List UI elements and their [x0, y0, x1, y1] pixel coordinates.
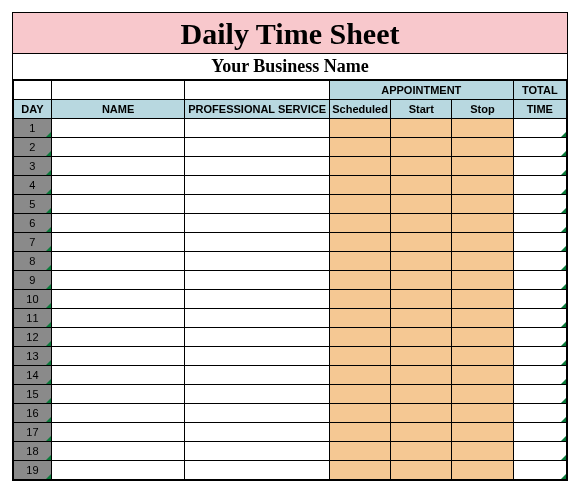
cell-name[interactable]: [51, 442, 185, 461]
cell-stop[interactable]: [452, 347, 513, 366]
cell-stop[interactable]: [452, 176, 513, 195]
cell-scheduled[interactable]: [329, 328, 390, 347]
cell-stop[interactable]: [452, 404, 513, 423]
cell-name[interactable]: [51, 157, 185, 176]
cell-start[interactable]: [391, 423, 452, 442]
cell-total[interactable]: [513, 176, 566, 195]
cell-service[interactable]: [185, 385, 330, 404]
cell-service[interactable]: [185, 271, 330, 290]
cell-name[interactable]: [51, 138, 185, 157]
cell-total[interactable]: [513, 195, 566, 214]
cell-scheduled[interactable]: [329, 461, 390, 480]
cell-name[interactable]: [51, 176, 185, 195]
cell-name[interactable]: [51, 385, 185, 404]
cell-scheduled[interactable]: [329, 176, 390, 195]
cell-start[interactable]: [391, 233, 452, 252]
cell-start[interactable]: [391, 442, 452, 461]
cell-start[interactable]: [391, 347, 452, 366]
cell-total[interactable]: [513, 423, 566, 442]
cell-start[interactable]: [391, 157, 452, 176]
cell-scheduled[interactable]: [329, 309, 390, 328]
cell-start[interactable]: [391, 252, 452, 271]
cell-name[interactable]: [51, 290, 185, 309]
cell-service[interactable]: [185, 195, 330, 214]
cell-scheduled[interactable]: [329, 195, 390, 214]
cell-stop[interactable]: [452, 290, 513, 309]
cell-total[interactable]: [513, 233, 566, 252]
cell-scheduled[interactable]: [329, 119, 390, 138]
cell-name[interactable]: [51, 309, 185, 328]
cell-stop[interactable]: [452, 328, 513, 347]
cell-scheduled[interactable]: [329, 366, 390, 385]
cell-scheduled[interactable]: [329, 214, 390, 233]
cell-service[interactable]: [185, 309, 330, 328]
cell-service[interactable]: [185, 119, 330, 138]
cell-start[interactable]: [391, 309, 452, 328]
cell-scheduled[interactable]: [329, 157, 390, 176]
cell-service[interactable]: [185, 404, 330, 423]
cell-total[interactable]: [513, 119, 566, 138]
cell-scheduled[interactable]: [329, 138, 390, 157]
cell-total[interactable]: [513, 214, 566, 233]
cell-service[interactable]: [185, 461, 330, 480]
cell-stop[interactable]: [452, 385, 513, 404]
cell-total[interactable]: [513, 366, 566, 385]
cell-total[interactable]: [513, 385, 566, 404]
cell-name[interactable]: [51, 214, 185, 233]
cell-service[interactable]: [185, 328, 330, 347]
cell-stop[interactable]: [452, 233, 513, 252]
cell-stop[interactable]: [452, 309, 513, 328]
cell-start[interactable]: [391, 271, 452, 290]
cell-service[interactable]: [185, 442, 330, 461]
cell-stop[interactable]: [452, 442, 513, 461]
cell-start[interactable]: [391, 138, 452, 157]
cell-name[interactable]: [51, 404, 185, 423]
cell-start[interactable]: [391, 461, 452, 480]
cell-scheduled[interactable]: [329, 385, 390, 404]
cell-stop[interactable]: [452, 461, 513, 480]
cell-stop[interactable]: [452, 271, 513, 290]
cell-start[interactable]: [391, 290, 452, 309]
cell-total[interactable]: [513, 461, 566, 480]
cell-total[interactable]: [513, 138, 566, 157]
cell-stop[interactable]: [452, 119, 513, 138]
cell-service[interactable]: [185, 366, 330, 385]
cell-total[interactable]: [513, 157, 566, 176]
cell-name[interactable]: [51, 461, 185, 480]
cell-service[interactable]: [185, 252, 330, 271]
cell-stop[interactable]: [452, 423, 513, 442]
cell-scheduled[interactable]: [329, 442, 390, 461]
cell-start[interactable]: [391, 328, 452, 347]
cell-service[interactable]: [185, 290, 330, 309]
cell-name[interactable]: [51, 347, 185, 366]
cell-service[interactable]: [185, 157, 330, 176]
cell-scheduled[interactable]: [329, 233, 390, 252]
cell-stop[interactable]: [452, 157, 513, 176]
cell-name[interactable]: [51, 119, 185, 138]
cell-total[interactable]: [513, 271, 566, 290]
cell-total[interactable]: [513, 404, 566, 423]
cell-start[interactable]: [391, 119, 452, 138]
cell-start[interactable]: [391, 385, 452, 404]
cell-scheduled[interactable]: [329, 271, 390, 290]
cell-total[interactable]: [513, 328, 566, 347]
cell-total[interactable]: [513, 290, 566, 309]
cell-start[interactable]: [391, 404, 452, 423]
cell-start[interactable]: [391, 366, 452, 385]
cell-service[interactable]: [185, 214, 330, 233]
cell-total[interactable]: [513, 309, 566, 328]
cell-start[interactable]: [391, 195, 452, 214]
cell-scheduled[interactable]: [329, 423, 390, 442]
cell-service[interactable]: [185, 423, 330, 442]
cell-scheduled[interactable]: [329, 290, 390, 309]
cell-scheduled[interactable]: [329, 347, 390, 366]
cell-total[interactable]: [513, 347, 566, 366]
cell-name[interactable]: [51, 366, 185, 385]
cell-start[interactable]: [391, 214, 452, 233]
cell-service[interactable]: [185, 138, 330, 157]
cell-name[interactable]: [51, 423, 185, 442]
cell-stop[interactable]: [452, 366, 513, 385]
cell-service[interactable]: [185, 347, 330, 366]
cell-name[interactable]: [51, 252, 185, 271]
cell-service[interactable]: [185, 233, 330, 252]
